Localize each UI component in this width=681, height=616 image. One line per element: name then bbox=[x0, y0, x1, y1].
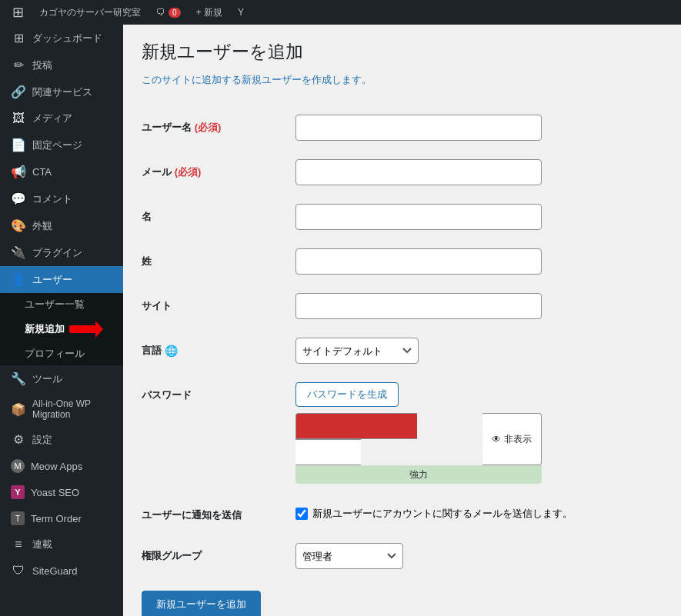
admin-bar-site-name[interactable]: カゴヤのサーバー研究室 bbox=[33, 0, 147, 25]
comments-icon: 🗨 bbox=[156, 7, 165, 18]
svg-marker-1 bbox=[95, 321, 103, 338]
tools-icon: 🔧 bbox=[11, 371, 26, 386]
sidebar-item-media[interactable]: 🖼 メディア bbox=[0, 105, 123, 132]
submenu-user-list[interactable]: ユーザー一覧 bbox=[0, 293, 123, 316]
language-label: 言語 🌐 bbox=[142, 344, 288, 358]
notify-label: ユーザーに通知を送信 bbox=[142, 509, 242, 521]
comments-nav-icon: 💬 bbox=[11, 191, 26, 206]
media-icon: 🖼 bbox=[11, 112, 26, 125]
sidebar-label-users: ユーザー bbox=[32, 273, 72, 287]
password-filled-red bbox=[295, 413, 417, 439]
sidebar-label-allinone: All-in-One WP Migration bbox=[32, 398, 115, 420]
password-row: パスワード パスワードを生成 👁 bbox=[142, 373, 663, 493]
dashboard-icon: ⊞ bbox=[11, 31, 26, 45]
admin-bar: ⊞ カゴヤのサーバー研究室 🗨 0 + 新規 Y bbox=[0, 0, 681, 25]
site-row: サイト bbox=[142, 284, 663, 328]
role-label: 権限グループ bbox=[142, 550, 202, 561]
posts-icon: ✏ bbox=[11, 58, 26, 72]
sidebar-item-users[interactable]: 👤 ユーザー bbox=[0, 266, 123, 293]
sidebar-item-related[interactable]: 🔗 関連サービス bbox=[0, 78, 123, 105]
admin-bar-comments[interactable]: 🗨 0 bbox=[150, 0, 187, 25]
sidebar-label-dashboard: ダッシュボード bbox=[32, 32, 102, 45]
sidebar-item-appearance[interactable]: 🎨 外観 bbox=[0, 212, 123, 239]
allinone-icon: 📦 bbox=[11, 402, 26, 417]
sidebar-item-tools[interactable]: 🔧 ツール bbox=[0, 365, 123, 392]
sidebar-label-termorder: Term Order bbox=[31, 513, 82, 524]
sidebar-item-pages[interactable]: 📄 固定ページ bbox=[0, 132, 123, 158]
lastname-input[interactable] bbox=[295, 248, 542, 275]
sidebar-label-settings: 設定 bbox=[32, 433, 52, 447]
email-label: メール (必須) bbox=[142, 166, 201, 178]
username-label: ユーザー名 (必須) bbox=[142, 122, 221, 133]
language-icon: 🌐 bbox=[165, 345, 178, 357]
sidebar-item-posts[interactable]: ✏ 投稿 bbox=[0, 52, 123, 78]
hide-password-button[interactable]: 👁 非表示 bbox=[482, 413, 542, 465]
sidebar-label-series: 連載 bbox=[32, 538, 52, 551]
sidebar-item-siteguard[interactable]: 🛡 SiteGuard bbox=[0, 558, 123, 584]
notify-checkbox[interactable] bbox=[295, 508, 308, 520]
main-content: 新規ユーザーを追加 このサイトに追加する新規ユーザーを作成します。 ユーザー名 … bbox=[123, 25, 681, 616]
firstname-input[interactable] bbox=[295, 204, 542, 230]
password-strength-bar: 強力 bbox=[295, 465, 542, 484]
sidebar-label-cta: CTA bbox=[32, 166, 52, 178]
related-icon: 🔗 bbox=[11, 85, 26, 99]
sidebar-item-series[interactable]: ≡ 連載 bbox=[0, 531, 123, 558]
email-row: メール (必須) bbox=[142, 150, 663, 195]
role-row: 権限グループ 購読者 寄稿者 投稿者 編集者 管理者 bbox=[142, 534, 663, 578]
sidebar-item-termorder[interactable]: T Term Order bbox=[0, 505, 123, 531]
submit-add-user-button[interactable]: 新規ユーザーを追加 bbox=[142, 591, 261, 616]
sidebar-label-related: 関連サービス bbox=[32, 85, 92, 99]
sidebar-label-pages: 固定ページ bbox=[32, 138, 82, 152]
admin-bar-wp-logo[interactable]: ⊞ bbox=[6, 0, 30, 25]
sidebar-item-meowapps[interactable]: M Meow Apps bbox=[0, 453, 123, 479]
sidebar-label-appearance: 外観 bbox=[32, 219, 52, 233]
firstname-label: 名 bbox=[142, 211, 152, 222]
users-icon: 👤 bbox=[11, 272, 26, 287]
sidebar-item-dashboard[interactable]: ⊞ ダッシュボード bbox=[0, 25, 123, 52]
appearance-icon: 🎨 bbox=[11, 218, 26, 233]
sidebar-label-comments: コメント bbox=[32, 192, 72, 206]
submenu-profile[interactable]: プロフィール bbox=[0, 342, 123, 365]
sidebar-item-settings[interactable]: ⚙ 設定 bbox=[0, 426, 123, 453]
submenu-add-new[interactable]: 新規追加 bbox=[0, 316, 123, 342]
role-select[interactable]: 購読者 寄稿者 投稿者 編集者 管理者 bbox=[295, 543, 403, 569]
hide-label: 非表示 bbox=[504, 433, 532, 446]
notify-row: ユーザーに通知を送信 新規ユーザーにアカウントに関するメールを送信します。 bbox=[142, 493, 663, 534]
sidebar-item-yoast[interactable]: Y Yoast SEO bbox=[0, 479, 123, 505]
add-user-form: ユーザー名 (必須) メール (必須) bbox=[142, 105, 663, 578]
meowapps-icon: M bbox=[11, 459, 25, 473]
lastname-label: 姓 bbox=[142, 255, 152, 267]
cta-icon: 📢 bbox=[11, 165, 26, 179]
email-input[interactable] bbox=[295, 159, 542, 185]
sidebar-label-plugins: プラグイン bbox=[32, 246, 82, 260]
sidebar-item-comments[interactable]: 💬 コメント bbox=[0, 185, 123, 212]
profile-label: プロフィール bbox=[25, 348, 85, 359]
sidebar-label-posts: 投稿 bbox=[32, 58, 52, 72]
admin-bar-yoast[interactable]: Y bbox=[232, 0, 250, 25]
language-select[interactable]: サイトデフォルト 日本語 English bbox=[295, 338, 419, 364]
notify-field: 新規ユーザーにアカウントに関するメールを送信します。 bbox=[295, 507, 663, 521]
sidebar-item-plugins[interactable]: 🔌 プラグイン bbox=[0, 239, 123, 266]
email-required: (必須) bbox=[175, 166, 202, 178]
password-field-wrap bbox=[295, 413, 482, 465]
new-label: + 新規 bbox=[196, 6, 222, 19]
generate-password-button[interactable]: パスワードを生成 bbox=[295, 382, 399, 407]
pages-icon: 📄 bbox=[11, 138, 26, 152]
sidebar-label-meowapps: Meow Apps bbox=[31, 461, 82, 472]
sidebar-item-allinone[interactable]: 📦 All-in-One WP Migration bbox=[0, 392, 123, 426]
termorder-icon: T bbox=[11, 511, 25, 525]
site-input[interactable] bbox=[295, 293, 542, 319]
admin-bar-new[interactable]: + 新規 bbox=[190, 0, 229, 25]
sidebar-label-tools: ツール bbox=[32, 372, 62, 386]
username-input[interactable] bbox=[295, 115, 542, 141]
password-field-row: 👁 非表示 bbox=[295, 413, 542, 465]
sidebar-label-yoast: Yoast SEO bbox=[31, 487, 79, 498]
sidebar-item-cta[interactable]: 📢 CTA bbox=[0, 158, 123, 185]
password-empty-white bbox=[295, 439, 361, 465]
notify-description: 新規ユーザーにアカウントに関するメールを送信します。 bbox=[312, 507, 573, 521]
users-submenu: ユーザー一覧 新規追加 プロフィール bbox=[0, 293, 123, 365]
language-row: 言語 🌐 サイトデフォルト 日本語 English bbox=[142, 328, 663, 373]
comments-badge: 0 bbox=[169, 8, 181, 18]
sidebar: ⊞ ダッシュボード ✏ 投稿 🔗 関連サービス 🖼 メディア 📄 固定ページ 📢… bbox=[0, 25, 123, 616]
lastname-row: 姓 bbox=[142, 239, 663, 284]
